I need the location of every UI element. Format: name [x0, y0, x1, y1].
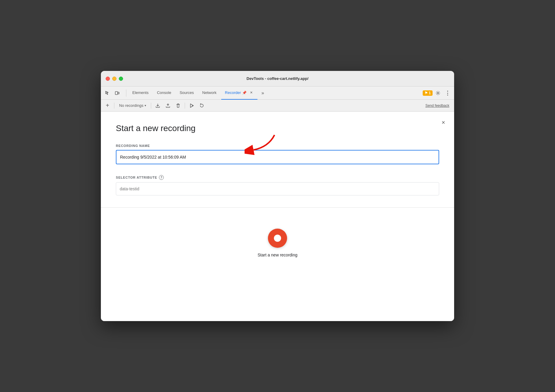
settings-button[interactable] [434, 89, 442, 97]
import-button[interactable] [164, 101, 172, 110]
more-options-button[interactable]: ⋮ [443, 89, 452, 97]
tool-icons [103, 89, 121, 97]
recording-name-label: RECORDING NAME [116, 144, 439, 148]
device-toolbar-button[interactable] [113, 89, 121, 97]
issues-icon: ⚑ [424, 91, 428, 95]
tabs-bar: Elements Console Sources Network Recorde… [101, 86, 454, 100]
recording-input-wrapper [116, 150, 439, 164]
start-recording-label: Start a new recording [257, 253, 297, 257]
play-button[interactable] [187, 101, 196, 110]
export-button[interactable] [154, 101, 162, 110]
tab-right-icons: ⚑ 1 ⋮ [423, 89, 452, 97]
tab-network[interactable]: Network [199, 86, 220, 100]
selector-attribute-input[interactable] [116, 182, 439, 195]
selector-attribute-label: SELECTOR ATTRIBUTE ? [116, 175, 439, 180]
devtools-window: DevTools - coffee-cart.netlify.app/ Elem… [101, 71, 454, 321]
toolbar-divider-1 [114, 103, 114, 109]
window-title: DevTools - coffee-cart.netlify.app/ [247, 76, 309, 81]
delete-button[interactable] [174, 101, 182, 110]
svg-rect-0 [115, 92, 118, 95]
add-recording-button[interactable]: + [103, 101, 112, 110]
svg-point-2 [437, 92, 439, 94]
close-button[interactable] [106, 77, 110, 81]
minimize-button[interactable] [112, 77, 116, 81]
dropdown-chevron-icon: ▾ [145, 104, 146, 107]
selector-attribute-section: SELECTOR ATTRIBUTE ? [116, 175, 439, 195]
tab-recorder-close[interactable]: ✕ [249, 90, 254, 95]
recording-name-input[interactable] [116, 150, 439, 164]
start-recording-button[interactable] [268, 229, 287, 248]
toolbar-divider-3 [185, 103, 185, 109]
recordings-dropdown[interactable]: No recordings ▾ [117, 102, 148, 109]
record-dot-icon [274, 235, 281, 242]
issues-badge[interactable]: ⚑ 1 [423, 90, 433, 96]
toolbar-divider-2 [151, 103, 151, 109]
tab-console[interactable]: Console [153, 86, 175, 100]
dialog-title: Start a new recording [116, 124, 439, 133]
no-recordings-label: No recordings [119, 103, 143, 108]
start-recording-area: Start a new recording [116, 220, 439, 263]
dialog-close-button[interactable]: × [439, 118, 448, 127]
main-content: × Start a new recording RECORDING NAME [101, 112, 454, 321]
recorder-pin-icon: 📌 [242, 91, 247, 95]
traffic-lights [106, 77, 123, 81]
more-tabs-button[interactable]: » [259, 89, 267, 97]
svg-rect-1 [118, 92, 119, 94]
maximize-button[interactable] [119, 77, 123, 81]
tab-divider-1 [126, 89, 126, 97]
titlebar: DevTools - coffee-cart.netlify.app/ [101, 71, 454, 86]
recorder-toolbar: + No recordings ▾ [101, 100, 454, 112]
tab-elements[interactable]: Elements [129, 86, 152, 100]
tab-sources[interactable]: Sources [176, 86, 198, 100]
recording-name-section: RECORDING NAME [116, 144, 439, 164]
inspect-tool-button[interactable] [103, 89, 112, 97]
section-divider [101, 207, 454, 208]
help-icon[interactable]: ? [159, 175, 164, 180]
tab-recorder[interactable]: Recorder 📌 ✕ [221, 86, 257, 100]
send-feedback-link[interactable]: Send feedback [425, 104, 449, 108]
replay-button[interactable] [198, 101, 206, 110]
